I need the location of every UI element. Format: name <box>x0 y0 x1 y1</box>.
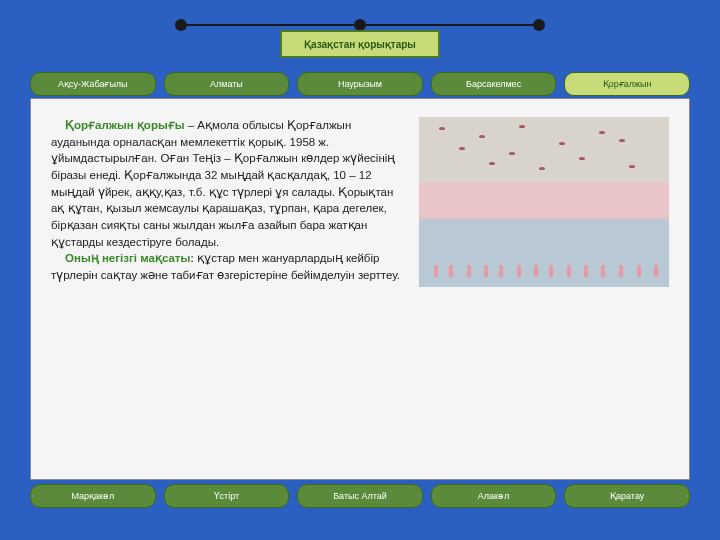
decoration-dot <box>175 19 187 31</box>
content-panel: Қорғалжын қорығы – Ақмола облысы Қорғалж… <box>30 98 690 480</box>
tabs-bottom-row: Марқакөл Үстірт Батыс Алтай Алакөл Қарат… <box>30 484 690 508</box>
decoration-dot <box>533 19 545 31</box>
article-body-1: – Ақмола облысы Қорғалжын ауданында орна… <box>51 119 395 248</box>
article-text: Қорғалжын қорығы – Ақмола облысы Қорғалж… <box>51 117 405 461</box>
tab-karatau[interactable]: Қаратау <box>564 484 690 508</box>
tabs-top-row: Ақсу-Жабағылы Алматы Наурызым Барсакелме… <box>30 72 690 96</box>
tab-markakol[interactable]: Марқакөл <box>30 484 156 508</box>
tab-alakol[interactable]: Алакөл <box>431 484 557 508</box>
article-image <box>419 117 669 287</box>
tab-korgalzhyn[interactable]: Қорғалжын <box>564 72 690 96</box>
tab-batys-altay[interactable]: Батыс Алтай <box>297 484 423 508</box>
tab-barsakelmes[interactable]: Барсакелмес <box>431 72 557 96</box>
tab-ustirt[interactable]: Үстірт <box>164 484 290 508</box>
tab-nauryzym[interactable]: Наурызым <box>297 72 423 96</box>
article-lead: Қорғалжын қорығы <box>65 119 185 131</box>
tab-aksu[interactable]: Ақсу-Жабағылы <box>30 72 156 96</box>
tab-almaty[interactable]: Алматы <box>164 72 290 96</box>
article-lead-2: Оның негізгі мақсаты: <box>65 252 194 264</box>
page-title: Қазақстан қорықтары <box>280 30 440 58</box>
